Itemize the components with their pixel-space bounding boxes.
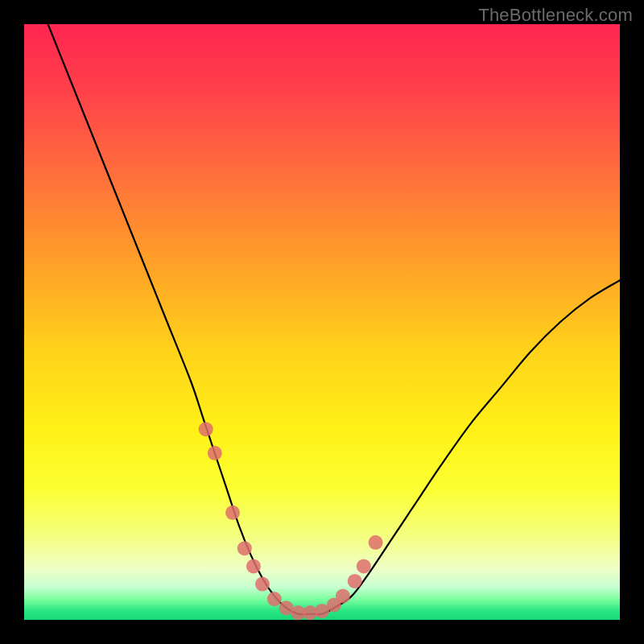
marker-point: [237, 541, 252, 555]
plot-area: [24, 24, 620, 620]
watermark-text: TheBottleneck.com: [478, 5, 633, 26]
marker-point: [208, 446, 222, 460]
bottleneck-curve: [24, 24, 620, 620]
chart-frame: TheBottleneck.com: [0, 0, 644, 644]
marker-point: [336, 588, 350, 603]
marker-point: [225, 506, 240, 520]
marker-point: [246, 559, 261, 573]
marker-point: [348, 574, 362, 588]
marker-point: [357, 559, 371, 573]
marker-point: [267, 592, 282, 606]
marker-point: [255, 577, 270, 592]
marker-point: [369, 535, 383, 550]
marker-point: [199, 422, 213, 436]
